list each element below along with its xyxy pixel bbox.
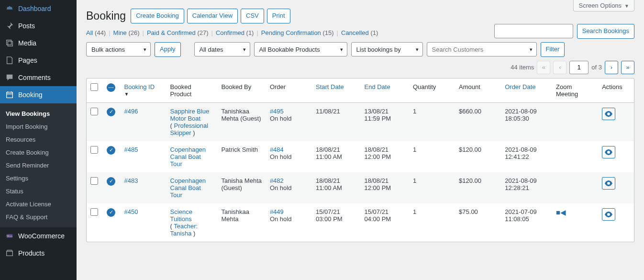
- booking-id-link[interactable]: #450: [124, 208, 138, 215]
- view-action-button[interactable]: [602, 177, 615, 190]
- zoom-cell: [552, 141, 598, 172]
- filters-toolbar: Bulk actions Apply All dates All Bookabl…: [86, 42, 634, 74]
- sidebar-submenu: View BookingsImport BookingResourcesCrea…: [0, 103, 77, 227]
- booked-by-cell: Tanishkaa Mehta: [217, 203, 266, 242]
- table-header-row: ⋯ Booking ID▼ Booked Product Booked By O…: [87, 78, 634, 103]
- bulk-actions-select[interactable]: Bulk actions: [86, 42, 151, 56]
- sidebar-sub-faq-support[interactable]: FAQ & Support: [0, 211, 77, 224]
- view-mine[interactable]: Mine (26): [113, 29, 140, 36]
- next-page-button[interactable]: ›: [605, 61, 618, 74]
- status-icon: ✓: [107, 177, 115, 186]
- sidebar-sub-import-booking[interactable]: Import Booking: [0, 120, 77, 133]
- order-link[interactable]: #495: [270, 108, 284, 115]
- product-cell[interactable]: Sapphire Blue Motor Boat( Professional S…: [167, 102, 218, 141]
- products-select[interactable]: All Bookable Products: [254, 42, 347, 56]
- search-input[interactable]: [494, 24, 573, 38]
- pin-icon: [5, 21, 14, 31]
- view-all[interactable]: All (44): [86, 29, 106, 36]
- last-page-button[interactable]: »: [621, 61, 634, 74]
- order-status: On hold: [270, 153, 292, 160]
- order-link[interactable]: #484: [270, 146, 284, 153]
- col-end-date[interactable]: End Date: [360, 78, 409, 103]
- col-quantity: Quantity: [409, 78, 455, 103]
- sidebar-item-label: Posts: [18, 22, 35, 30]
- sidebar-item-label: Media: [18, 39, 36, 47]
- page-input[interactable]: [569, 61, 588, 74]
- screen-options-toggle[interactable]: Screen Options▼: [573, 0, 634, 11]
- table-row: ✓#485Copenhagen Canal Boat TourPatrick S…: [87, 141, 634, 172]
- product-cell[interactable]: Science Tuitions ( Teacher: Tanisha ): [167, 203, 218, 242]
- status-header-icon: ⋯: [107, 83, 115, 92]
- sidebar-sub-status[interactable]: Status: [0, 185, 77, 198]
- order-date-cell: 2021-07-0911:08:05: [501, 203, 552, 242]
- create-booking-button[interactable]: Create Booking: [131, 9, 184, 23]
- row-select-checkbox[interactable]: [90, 177, 98, 185]
- view-pending-confirmation[interactable]: Pending Confirmation (15): [261, 29, 334, 36]
- order-link[interactable]: #449: [270, 208, 284, 215]
- sidebar-item-comments[interactable]: Comments: [0, 69, 77, 86]
- comments-icon: [5, 73, 14, 82]
- col-amount: Amount: [455, 78, 501, 103]
- select-all-checkbox[interactable]: [90, 83, 98, 91]
- list-by-select[interactable]: List bookings by: [351, 42, 423, 56]
- status-icon: ✓: [107, 108, 115, 116]
- order-date-cell: 2021-08-0912:41:22: [501, 141, 552, 172]
- sidebar-sub-create-booking[interactable]: Create Booking: [0, 146, 77, 159]
- customers-select[interactable]: Search Customers: [427, 42, 537, 56]
- sidebar-item-products[interactable]: Products: [0, 245, 77, 262]
- view-confirmed[interactable]: Confirmed (1): [216, 29, 254, 36]
- view-action-button[interactable]: [602, 146, 615, 158]
- col-booked-product: Booked Product: [167, 78, 218, 103]
- sidebar-item-booking[interactable]: Booking: [0, 86, 77, 103]
- sidebar-item-woocommerce[interactable]: WooWooCommerce: [0, 227, 77, 245]
- booking-id-link[interactable]: #496: [124, 108, 138, 115]
- end-date-cell: 18/08/2112:00 PM: [360, 141, 409, 172]
- sidebar-sub-resources[interactable]: Resources: [0, 133, 77, 146]
- view-action-button[interactable]: [602, 208, 615, 221]
- quantity-cell: 1: [409, 102, 455, 141]
- sidebar-sub-settings[interactable]: Settings: [0, 172, 77, 185]
- sidebar-sub-send-reminder[interactable]: Send Reminder: [0, 159, 77, 172]
- sidebar-item-posts[interactable]: Posts: [0, 17, 77, 34]
- row-select-checkbox[interactable]: [90, 146, 98, 154]
- bookings-table: ⋯ Booking ID▼ Booked Product Booked By O…: [86, 78, 634, 242]
- booking-id-link[interactable]: #485: [124, 146, 138, 153]
- search-bookings-button[interactable]: Search Bookings: [577, 24, 634, 39]
- sidebar-item-dashboard[interactable]: Dashboard: [0, 0, 77, 17]
- col-booked-by: Booked By: [217, 78, 266, 103]
- print-button[interactable]: Print: [267, 9, 290, 23]
- view-paid-confirmed[interactable]: Paid & Confirmed (27): [147, 29, 209, 36]
- view-cancelled[interactable]: Cancelled (1): [341, 29, 378, 36]
- booking-id-link[interactable]: #483: [124, 177, 138, 184]
- sidebar-item-label: Booking: [18, 91, 43, 99]
- table-row: ✓#483Copenhagen Canal Boat TourTanisha M…: [87, 172, 634, 203]
- apply-button[interactable]: Apply: [155, 42, 181, 57]
- view-action-button[interactable]: [602, 108, 615, 120]
- row-select-checkbox[interactable]: [90, 108, 98, 115]
- main-content: Screen Options▼ Booking Create BookingCa…: [77, 0, 644, 280]
- video-icon[interactable]: ■◀: [556, 208, 566, 216]
- product-cell[interactable]: Copenhagen Canal Boat Tour: [167, 141, 218, 172]
- amount-cell: $75.00: [455, 203, 501, 242]
- booked-by-cell: Tanishkaa Mehta (Guest): [217, 102, 266, 141]
- col-start-date[interactable]: Start Date: [312, 78, 360, 103]
- filter-button[interactable]: Filter: [541, 42, 565, 57]
- end-date-cell: 15/07/2104:00 PM: [360, 203, 409, 242]
- page-header: Booking Create BookingCalendar ViewCSVPr…: [86, 9, 634, 23]
- row-select-checkbox[interactable]: [90, 208, 98, 216]
- csv-button[interactable]: CSV: [241, 9, 264, 23]
- sidebar-item-pages[interactable]: Pages: [0, 52, 77, 69]
- quantity-cell: 1: [409, 172, 455, 203]
- dates-select[interactable]: All dates: [194, 42, 250, 56]
- products-icon: [5, 248, 14, 258]
- calendar-view-button[interactable]: Calendar View: [187, 9, 238, 23]
- col-order-date[interactable]: Order Date: [501, 78, 552, 103]
- product-cell[interactable]: Copenhagen Canal Boat Tour: [167, 172, 218, 203]
- dashboard-icon: [5, 4, 14, 13]
- order-link[interactable]: #482: [270, 177, 284, 184]
- sidebar-sub-view-bookings[interactable]: View Bookings: [0, 107, 77, 120]
- media-icon: [5, 38, 14, 48]
- sidebar-sub-activate-license[interactable]: Activate License: [0, 198, 77, 211]
- col-booking-id[interactable]: Booking ID▼: [120, 78, 166, 103]
- sidebar-item-media[interactable]: Media: [0, 34, 77, 52]
